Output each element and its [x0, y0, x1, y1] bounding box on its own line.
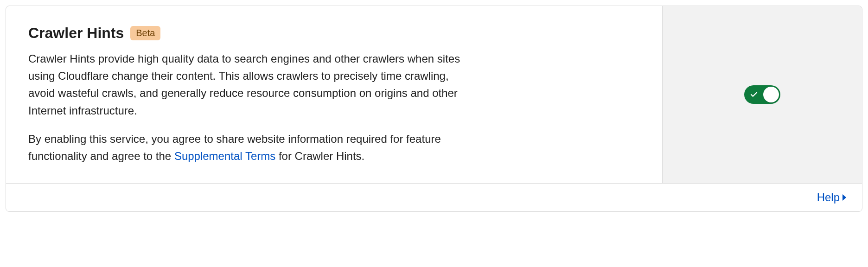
- beta-badge: Beta: [130, 26, 160, 40]
- crawler-hints-toggle[interactable]: [744, 85, 780, 104]
- card-main: Crawler Hints Beta Crawler Hints provide…: [6, 6, 862, 183]
- supplemental-terms-link[interactable]: Supplemental Terms: [174, 150, 275, 162]
- help-link[interactable]: Help: [817, 191, 847, 204]
- card-description: Crawler Hints provide high quality data …: [28, 50, 473, 165]
- description-paragraph-2b: for Crawler Hints.: [275, 150, 364, 162]
- title-row: Crawler Hints Beta: [28, 25, 640, 42]
- svg-marker-0: [842, 194, 846, 201]
- help-label: Help: [817, 191, 840, 204]
- checkmark-icon: [750, 90, 758, 99]
- toggle-knob: [763, 87, 779, 102]
- paragraph-gap: [28, 119, 473, 130]
- card-footer: Help: [6, 183, 862, 211]
- description-paragraph-1: Crawler Hints provide high quality data …: [28, 52, 460, 117]
- caret-right-icon: [842, 191, 847, 204]
- card-side: [663, 6, 862, 183]
- settings-card: Crawler Hints Beta Crawler Hints provide…: [6, 6, 862, 212]
- card-title: Crawler Hints: [28, 25, 124, 42]
- card-content: Crawler Hints Beta Crawler Hints provide…: [6, 6, 663, 183]
